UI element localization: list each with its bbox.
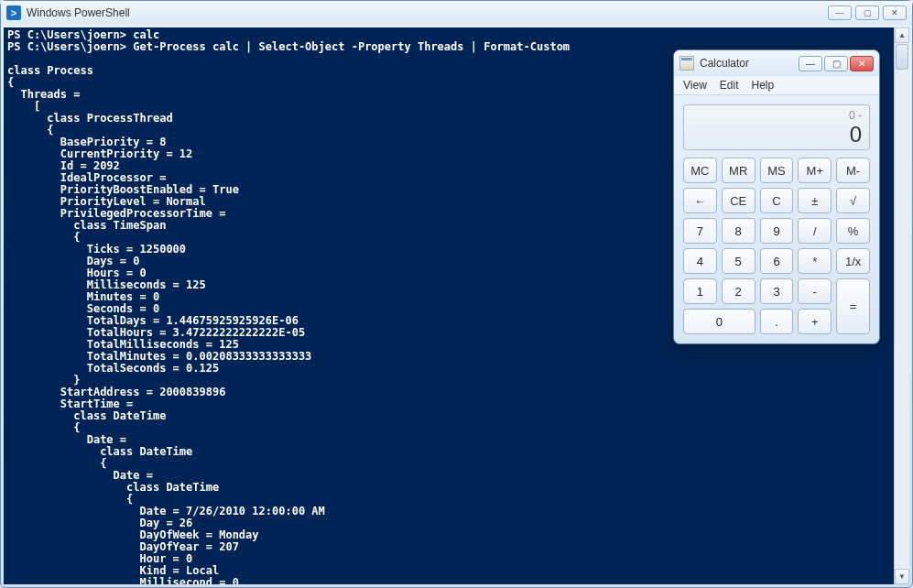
minimize-button[interactable]: — bbox=[828, 5, 852, 20]
powershell-title: Windows PowerShell bbox=[27, 6, 828, 19]
menu-help[interactable]: Help bbox=[751, 79, 774, 92]
btn-6[interactable]: 6 bbox=[760, 248, 794, 274]
calculator-window: Calculator — ▢ ✕ View Edit Help 0 - 0 MC… bbox=[673, 49, 880, 344]
btn-2[interactable]: 2 bbox=[722, 278, 755, 304]
btn-equals[interactable]: = bbox=[836, 278, 870, 334]
btn-multiply[interactable]: * bbox=[798, 248, 831, 274]
btn-ce[interactable]: CE bbox=[722, 188, 755, 213]
btn-7[interactable]: 7 bbox=[683, 218, 717, 244]
scroll-up-button[interactable]: ▲ bbox=[895, 27, 909, 43]
calculator-display-main: 0 bbox=[691, 122, 862, 147]
calculator-display: 0 - 0 bbox=[683, 104, 870, 150]
calc-maximize-button[interactable]: ▢ bbox=[824, 56, 848, 71]
btn-percent[interactable]: % bbox=[836, 218, 870, 244]
btn-mc[interactable]: MC bbox=[683, 158, 717, 183]
btn-8[interactable]: 8 bbox=[722, 218, 755, 244]
calculator-titlebar[interactable]: Calculator — ▢ ✕ bbox=[674, 50, 879, 76]
calc-close-button[interactable]: ✕ bbox=[850, 56, 874, 71]
close-button[interactable]: ✕ bbox=[883, 5, 907, 20]
powershell-titlebar[interactable]: > Windows PowerShell — ▢ ✕ bbox=[1, 1, 912, 25]
btn-4[interactable]: 4 bbox=[683, 248, 717, 274]
btn-0[interactable]: 0 bbox=[683, 309, 755, 334]
btn-mplus[interactable]: M+ bbox=[798, 158, 831, 183]
btn-add[interactable]: + bbox=[798, 309, 831, 334]
calculator-menubar: View Edit Help bbox=[674, 76, 879, 95]
scroll-down-button[interactable]: ▼ bbox=[895, 569, 909, 584]
btn-mr[interactable]: MR bbox=[722, 158, 755, 183]
btn-3[interactable]: 3 bbox=[760, 278, 794, 304]
calc-minimize-button[interactable]: — bbox=[799, 56, 822, 71]
btn-divide[interactable]: / bbox=[798, 218, 831, 244]
btn-5[interactable]: 5 bbox=[722, 248, 755, 274]
calculator-keypad: MC MR MS M+ M- ← CE C ± √ 7 8 9 / % 4 5 … bbox=[683, 158, 870, 334]
calculator-display-aux: 0 - bbox=[691, 109, 862, 122]
btn-backspace[interactable]: ← bbox=[683, 188, 717, 213]
btn-sqrt[interactable]: √ bbox=[836, 188, 870, 213]
btn-decimal[interactable]: . bbox=[760, 309, 794, 334]
btn-ms[interactable]: MS bbox=[760, 158, 794, 183]
btn-reciprocal[interactable]: 1/x bbox=[836, 248, 870, 274]
menu-edit[interactable]: Edit bbox=[720, 79, 739, 92]
btn-plusminus[interactable]: ± bbox=[798, 188, 831, 213]
btn-mminus[interactable]: M- bbox=[836, 158, 870, 183]
scroll-thumb[interactable] bbox=[896, 44, 908, 70]
btn-1[interactable]: 1 bbox=[683, 278, 717, 304]
calculator-icon bbox=[679, 56, 694, 71]
maximize-button[interactable]: ▢ bbox=[855, 5, 879, 20]
scrollbar-vertical[interactable]: ▲ ▼ bbox=[894, 27, 909, 584]
calculator-title: Calculator bbox=[700, 57, 799, 70]
menu-view[interactable]: View bbox=[683, 79, 707, 92]
btn-subtract[interactable]: - bbox=[798, 278, 831, 304]
btn-9[interactable]: 9 bbox=[760, 218, 794, 244]
btn-c[interactable]: C bbox=[760, 188, 794, 213]
powershell-icon: > bbox=[6, 5, 21, 20]
